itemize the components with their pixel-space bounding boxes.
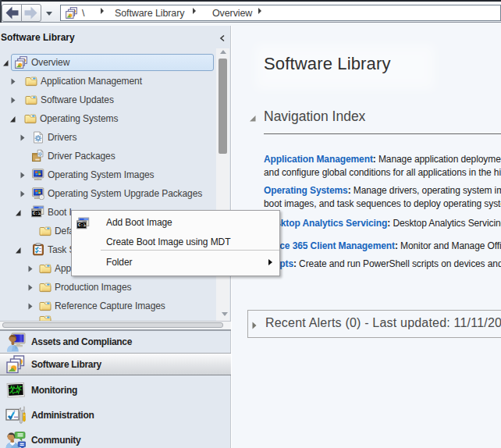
svg-text:C:\: C:\ — [78, 222, 87, 228]
svg-text:C:\: C:\ — [33, 211, 41, 216]
